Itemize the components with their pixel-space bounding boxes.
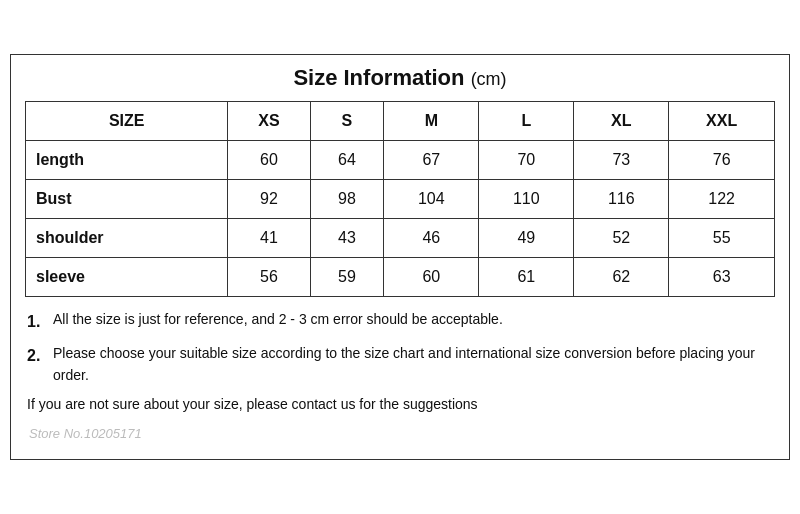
cell-length-xl: 73 <box>574 141 669 180</box>
cell-shoulder-l: 49 <box>479 219 574 258</box>
cell-Bust-s: 98 <box>310 180 384 219</box>
row-label-Bust: Bust <box>26 180 228 219</box>
table-row-sleeve: sleeve565960616263 <box>26 258 775 297</box>
cell-Bust-m: 104 <box>384 180 479 219</box>
cell-length-xs: 60 <box>228 141 310 180</box>
cell-sleeve-s: 59 <box>310 258 384 297</box>
cell-shoulder-m: 46 <box>384 219 479 258</box>
cell-sleeve-xs: 56 <box>228 258 310 297</box>
cell-sleeve-m: 60 <box>384 258 479 297</box>
chart-title: Size Information (cm) <box>25 65 775 91</box>
col-header-xxl: XXL <box>669 102 775 141</box>
title-main: Size Information <box>293 65 464 90</box>
note-num-1: 1. <box>27 309 49 335</box>
note-num-2: 2. <box>27 343 49 369</box>
cell-shoulder-xl: 52 <box>574 219 669 258</box>
note-item-1: 1.All the size is just for reference, an… <box>27 309 773 335</box>
col-header-m: M <box>384 102 479 141</box>
size-chart-container: Size Information (cm) SIZEXSSMLXLXXL len… <box>10 54 790 459</box>
cell-Bust-xxl: 122 <box>669 180 775 219</box>
col-header-xs: XS <box>228 102 310 141</box>
row-label-shoulder: shoulder <box>26 219 228 258</box>
col-header-l: L <box>479 102 574 141</box>
col-header-size: SIZE <box>26 102 228 141</box>
watermark-text: Store No.10205171 <box>27 424 773 445</box>
col-header-s: S <box>310 102 384 141</box>
row-label-length: length <box>26 141 228 180</box>
cell-sleeve-l: 61 <box>479 258 574 297</box>
cell-Bust-l: 110 <box>479 180 574 219</box>
cell-length-xxl: 76 <box>669 141 775 180</box>
col-header-xl: XL <box>574 102 669 141</box>
footer-note-text: If you are not sure about your size, ple… <box>27 394 478 416</box>
title-unit: (cm) <box>471 69 507 89</box>
table-header-row: SIZEXSSMLXLXXL <box>26 102 775 141</box>
cell-shoulder-s: 43 <box>310 219 384 258</box>
table-row-length: length606467707376 <box>26 141 775 180</box>
cell-length-l: 70 <box>479 141 574 180</box>
cell-shoulder-xxl: 55 <box>669 219 775 258</box>
table-row-shoulder: shoulder414346495255 <box>26 219 775 258</box>
note-text-1: All the size is just for reference, and … <box>53 309 503 331</box>
footer-note-item: If you are not sure about your size, ple… <box>27 394 773 416</box>
cell-shoulder-xs: 41 <box>228 219 310 258</box>
notes-section: 1.All the size is just for reference, an… <box>25 309 775 444</box>
cell-Bust-xl: 116 <box>574 180 669 219</box>
row-label-sleeve: sleeve <box>26 258 228 297</box>
cell-length-s: 64 <box>310 141 384 180</box>
cell-Bust-xs: 92 <box>228 180 310 219</box>
note-item-2: 2.Please choose your suitable size accor… <box>27 343 773 386</box>
cell-sleeve-xxl: 63 <box>669 258 775 297</box>
cell-sleeve-xl: 62 <box>574 258 669 297</box>
note-text-2: Please choose your suitable size accordi… <box>53 343 773 386</box>
cell-length-m: 67 <box>384 141 479 180</box>
table-row-Bust: Bust9298104110116122 <box>26 180 775 219</box>
size-table: SIZEXSSMLXLXXL length606467707376Bust929… <box>25 101 775 297</box>
